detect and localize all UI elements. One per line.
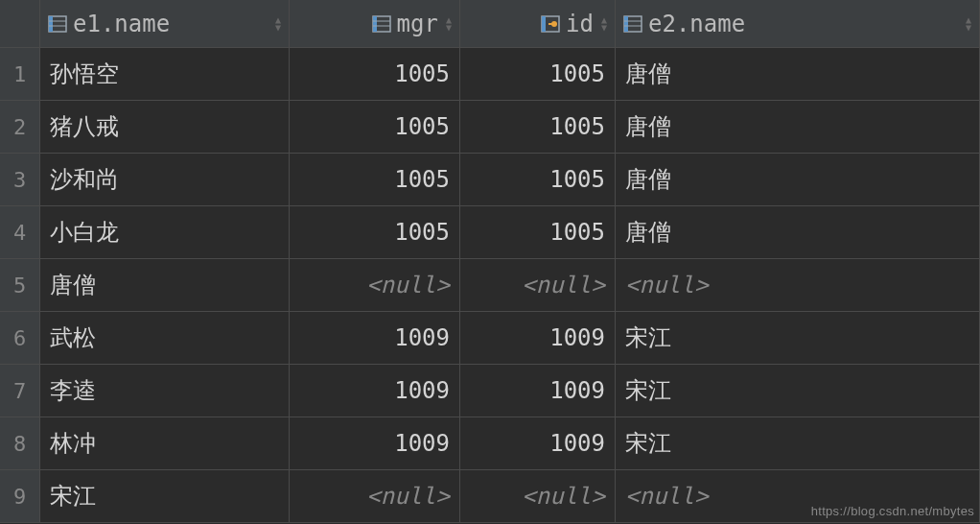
cell-mgr[interactable]: 1005 [290, 48, 460, 100]
cell-id[interactable]: 1009 [460, 312, 616, 364]
cell-e2name[interactable]: 宋江 [616, 365, 980, 417]
table-col-icon [372, 15, 391, 33]
sort-icon: ▲▼ [601, 16, 607, 31]
cell-id[interactable]: 1005 [460, 101, 616, 153]
cell-e1name[interactable]: 李逵 [40, 365, 290, 417]
cell-id[interactable]: 1005 [460, 48, 616, 100]
cell-e1name[interactable]: 沙和尚 [40, 154, 290, 205]
row-number: 7 [0, 365, 40, 417]
row-number: 4 [0, 206, 40, 258]
cell-e2name[interactable]: 唐僧 [616, 48, 980, 100]
row-number: 1 [0, 48, 40, 100]
svg-rect-1 [49, 16, 53, 32]
row-number: 8 [0, 417, 40, 469]
cell-e2name[interactable]: 宋江 [616, 417, 980, 469]
key-col-icon [541, 15, 560, 33]
table-row[interactable]: 6武松10091009宋江 [0, 312, 980, 365]
table-row[interactable]: 7李逵10091009宋江 [0, 365, 980, 417]
column-header-mgr[interactable]: mgr ▲▼ [290, 0, 460, 47]
cell-mgr[interactable]: 1005 [290, 206, 460, 258]
cell-mgr[interactable]: 1005 [290, 154, 460, 205]
column-label: e2.name [648, 11, 745, 37]
cell-e1name[interactable]: 唐僧 [40, 259, 290, 311]
column-header-e1name[interactable]: e1.name ▲▼ [40, 0, 290, 47]
cell-id[interactable]: <null> [460, 259, 616, 311]
cell-id[interactable]: 1005 [460, 206, 616, 258]
row-number: 2 [0, 101, 40, 153]
cell-e1name[interactable]: 孙悟空 [40, 48, 290, 100]
svg-rect-11 [548, 23, 553, 25]
svg-rect-13 [624, 16, 628, 32]
cell-mgr[interactable]: 1005 [290, 101, 460, 153]
column-label: e1.name [73, 11, 170, 37]
rows-container: 1孙悟空10051005唐僧2猪八戒10051005唐僧3沙和尚10051005… [0, 48, 980, 523]
row-number: 9 [0, 470, 40, 522]
cell-e1name[interactable]: 小白龙 [40, 206, 290, 258]
cell-mgr[interactable]: <null> [290, 470, 460, 522]
sort-icon: ▲▼ [966, 16, 971, 31]
table-row[interactable]: 4小白龙10051005唐僧 [0, 206, 980, 259]
cell-e1name[interactable]: 猪八戒 [40, 101, 290, 153]
data-grid: e1.name ▲▼ mgr ▲▼ id ▲▼ [0, 0, 980, 524]
cell-e2name[interactable]: 宋江 [616, 312, 980, 364]
column-label: mgr [397, 11, 438, 37]
cell-e2name[interactable]: 唐僧 [616, 154, 980, 205]
row-number: 3 [0, 154, 40, 205]
cell-mgr[interactable]: 1009 [290, 312, 460, 364]
sort-icon: ▲▼ [446, 16, 452, 31]
cell-mgr[interactable]: 1009 [290, 365, 460, 417]
cell-id[interactable]: <null> [460, 470, 616, 522]
cell-id[interactable]: 1009 [460, 417, 616, 469]
row-number-header [0, 0, 40, 47]
cell-e1name[interactable]: 武松 [40, 312, 290, 364]
watermark: https://blog.csdn.net/mbytes [811, 504, 974, 518]
cell-id[interactable]: 1009 [460, 365, 616, 417]
table-row[interactable]: 1孙悟空10051005唐僧 [0, 48, 980, 101]
sort-icon: ▲▼ [275, 16, 281, 31]
cell-e1name[interactable]: 宋江 [40, 470, 290, 522]
svg-rect-9 [542, 16, 546, 32]
table-row[interactable]: 3沙和尚10051005唐僧 [0, 154, 980, 206]
table-col-icon [48, 15, 67, 33]
cell-e2name[interactable]: 唐僧 [616, 101, 980, 153]
cell-e2name[interactable]: <null> [616, 259, 980, 311]
cell-mgr[interactable]: 1009 [290, 417, 460, 469]
header-row: e1.name ▲▼ mgr ▲▼ id ▲▼ [0, 0, 980, 48]
column-label: id [566, 11, 594, 37]
svg-rect-5 [373, 16, 377, 32]
cell-e2name[interactable]: 唐僧 [616, 206, 980, 258]
table-row[interactable]: 5唐僧<null><null><null> [0, 259, 980, 312]
row-number: 5 [0, 259, 40, 311]
column-header-id[interactable]: id ▲▼ [460, 0, 616, 47]
column-header-e2name[interactable]: e2.name ▲▼ [616, 0, 980, 47]
table-row[interactable]: 8林冲10091009宋江 [0, 417, 980, 470]
cell-e1name[interactable]: 林冲 [40, 417, 290, 469]
table-row[interactable]: 2猪八戒10051005唐僧 [0, 101, 980, 154]
cell-id[interactable]: 1005 [460, 154, 616, 205]
table-col-icon [623, 15, 642, 33]
cell-mgr[interactable]: <null> [290, 259, 460, 311]
row-number: 6 [0, 312, 40, 364]
